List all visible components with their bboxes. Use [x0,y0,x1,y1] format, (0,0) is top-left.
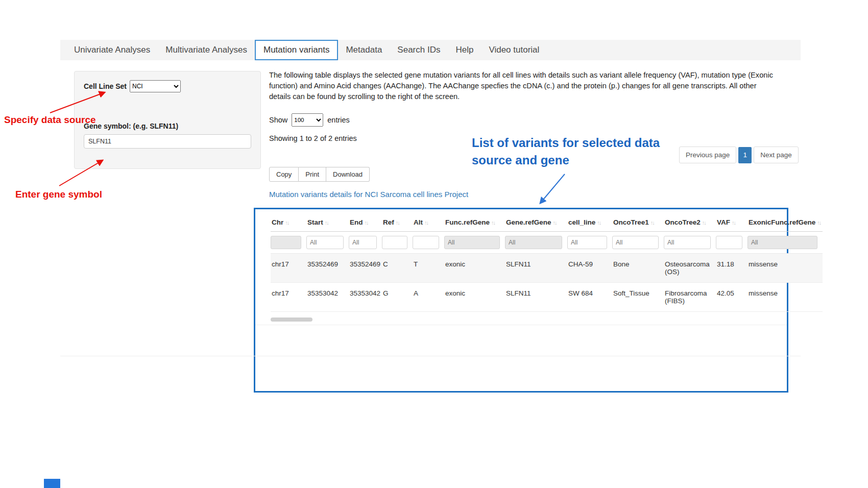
table-cell: 35352469 [349,254,382,283]
column-filter-start[interactable] [306,236,344,249]
gene-symbol-input[interactable] [84,134,251,149]
horizontal-scrollbar-thumb[interactable] [271,318,312,322]
table-header-row: Chr↑↓Start↑↓End↑↓Ref↑↓Alt↑↓Func.refGene↑… [271,213,823,232]
filter-cell [349,232,382,254]
column-filter-oncotree1[interactable] [612,236,659,249]
tab-multivariate-analyses[interactable]: Multivariate Analyses [158,40,255,60]
table-cell: T [413,254,444,283]
cell-line-set-select[interactable]: NCI [130,80,181,92]
column-header-gene-refgene[interactable]: Gene.refGene↑↓ [505,213,567,232]
table-row: chr173535246935352469CTexonicSLFN11CHA-5… [271,254,823,283]
column-filter-cell-line[interactable] [567,236,607,249]
filter-cell [382,232,413,254]
column-label: End [350,218,363,226]
sort-icon: ↑↓ [325,219,328,226]
table-cell: Fibrosarcoma (FIBS) [664,283,716,312]
filter-cell [716,232,748,254]
column-header-exonicfunc-refgene[interactable]: ExonicFunc.refGene↑↓ [748,213,823,232]
copy-button[interactable]: Copy [269,167,299,182]
table-cell: missense [748,283,823,312]
table-cell: chr17 [271,254,306,283]
column-header-end[interactable]: End↑↓ [349,213,382,232]
column-header-ref[interactable]: Ref↑↓ [382,213,413,232]
table-cell: Soft_Tissue [612,283,664,312]
column-filter-vaf[interactable] [716,236,742,249]
column-label: ExonicFunc.refGene [749,218,815,226]
table-cell: 31.18 [716,254,748,283]
sort-icon: ↑↓ [732,219,735,226]
tab-search-ids[interactable]: Search IDs [390,40,448,60]
table-cell: Bone [612,254,664,283]
column-label: VAF [717,218,730,226]
download-button[interactable]: Download [326,167,370,182]
table-cell: G [382,283,413,312]
sort-icon: ↑↓ [365,219,368,226]
filter-cell [567,232,612,254]
variants-table: Chr↑↓Start↑↓End↑↓Ref↑↓Alt↑↓Func.refGene↑… [271,213,823,312]
column-filter-ref[interactable] [382,236,407,249]
column-label: Start [307,218,323,226]
filter-cell [612,232,664,254]
table-row: chr173535304235353042GAexonicSLFN11SW 68… [271,283,823,312]
table-filter-row [271,232,823,254]
table-cell: 35353042 [349,283,382,312]
tab-video-tutorial[interactable]: Video tutorial [481,40,547,60]
column-label: Ref [383,218,394,226]
table-cell: A [413,283,444,312]
column-filter-oncotree2[interactable] [664,236,711,249]
column-header-func-refgene[interactable]: Func.refGene↑↓ [444,213,505,232]
column-label: Gene.refGene [506,218,551,226]
tab-univariate-analyses[interactable]: Univariate Analyses [66,40,158,60]
sort-icon: ↑↓ [491,219,495,226]
column-header-vaf[interactable]: VAF↑↓ [716,213,748,232]
previous-page-button[interactable]: Previous page [679,147,736,163]
pagination: Previous page 1 Next page [679,147,799,163]
table-cell: SLFN11 [505,254,567,283]
column-filter-exonicfunc-refgene[interactable] [748,236,817,249]
column-filter-gene-refgene[interactable] [505,236,562,249]
column-label: cell_line [568,218,595,226]
table-cell: chr17 [271,283,306,312]
next-page-button[interactable]: Next page [754,147,799,163]
show-label: Show [269,116,287,124]
filter-cell [505,232,567,254]
column-header-alt[interactable]: Alt↑↓ [413,213,444,232]
input-panel: Cell Line Set NCI Gene symbol: (e.g. SLF… [74,71,261,169]
column-header-cell-line[interactable]: cell_line↑↓ [567,213,612,232]
table-cell: Osteosarcoma (OS) [664,254,716,283]
column-filter-alt[interactable] [413,236,439,249]
column-filter-chr[interactable] [271,236,301,249]
table-bottom-divider [255,325,787,325]
page: Univariate Analyses Multivariate Analyse… [0,0,868,488]
column-filter-end[interactable] [349,236,377,249]
column-header-oncotree2[interactable]: OncoTree2↑↓ [664,213,716,232]
filter-cell [664,232,716,254]
sort-icon: ↑↓ [396,219,399,226]
column-header-start[interactable]: Start↑↓ [306,213,349,232]
page-divider-line [60,356,801,356]
sort-icon: ↑↓ [424,219,428,226]
column-header-oncotree1[interactable]: OncoTree1↑↓ [612,213,664,232]
column-header-chr[interactable]: Chr↑↓ [271,213,306,232]
column-filter-func-refgene[interactable] [444,236,500,249]
tab-help[interactable]: Help [448,40,481,60]
current-page-button[interactable]: 1 [738,147,752,163]
sort-icon: ↑↓ [817,219,821,226]
sort-icon: ↑↓ [702,219,706,226]
gene-symbol-label: Gene symbol: (e.g. SLFN11) [84,122,251,130]
sort-icon: ↑↓ [553,219,557,226]
table-info-text: Showing 1 to 2 of 2 entries [269,134,357,142]
annotation-list-of-variants: List of variants for selected data sourc… [472,134,676,169]
print-button[interactable]: Print [299,167,326,182]
page-length-select[interactable]: 100 [292,113,323,127]
tab-mutation-variants[interactable]: Mutation variants [255,40,338,60]
filter-cell [413,232,444,254]
column-label: Func.refGene [445,218,490,226]
column-label: OncoTree1 [613,218,649,226]
cell-line-set-label: Cell Line Set [84,82,127,90]
filter-cell [748,232,823,254]
tab-metadata[interactable]: Metadata [338,40,390,60]
table-cell: missense [748,254,823,283]
annotation-enter-gene-symbol: Enter gene symbol [15,189,102,200]
top-navbar: Univariate Analyses Multivariate Analyse… [60,40,801,60]
